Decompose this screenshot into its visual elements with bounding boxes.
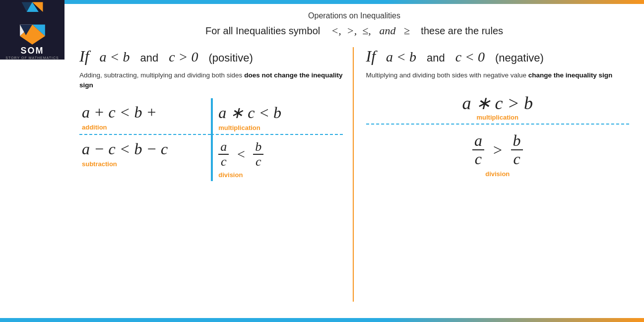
- right-fraction-b-c: b c: [511, 132, 523, 168]
- formula-subtraction-math: a − c < b − c: [82, 140, 206, 158]
- right-division-math: a c > b c: [369, 132, 627, 168]
- right-formula-area: a ∗ c > b multiplication a c: [366, 88, 630, 180]
- formula-subtraction-cell: a − c < b − c subtraction: [79, 134, 211, 181]
- left-column: If a < b and c > 0 (positive) Adding, su…: [79, 47, 354, 302]
- left-section-header: If a < b and c > 0 (positive): [79, 47, 343, 65]
- right-and: and: [427, 52, 445, 64]
- left-if: If: [79, 47, 89, 65]
- som-logo-icon: [17, 0, 47, 23]
- right-column: If a < b and c < 0 (negative) Multiplyin…: [354, 47, 630, 302]
- right-division-area: a c > b c division: [366, 127, 630, 180]
- logo-text: SOM: [20, 46, 44, 56]
- right-negative: (negative): [495, 52, 544, 64]
- right-if: If: [366, 47, 376, 65]
- right-multiplication-area: a ∗ c > b multiplication: [366, 88, 630, 125]
- logo-subtext: STORY OF MATHEMATICS: [5, 56, 59, 60]
- formula-subtraction-label: subtraction: [82, 160, 206, 168]
- formula-division-math: a c < b c: [218, 140, 337, 169]
- right-fraction-a-c: a c: [472, 132, 484, 168]
- right-multiplication-label: multiplication: [369, 114, 627, 121]
- right-division-label: division: [369, 170, 627, 178]
- right-description: Multiplying and dividing both sides with…: [366, 70, 630, 80]
- bottom-bar: [0, 318, 644, 322]
- right-mult-formula: a ∗ c > b: [369, 93, 627, 114]
- formula-division-cell: a c < b c division: [211, 134, 342, 181]
- intro-line: For all Inequalities symbol <, >, ≤, and…: [79, 24, 629, 37]
- left-and: and: [140, 52, 158, 64]
- intro-suffix: these are the rules: [421, 25, 503, 36]
- top-bar: [0, 0, 644, 4]
- formula-division-label: division: [218, 171, 337, 179]
- right-div-formula: a c > b c: [369, 132, 627, 168]
- left-positive: (positive): [209, 52, 253, 64]
- intro-prefix: For all Inequalities symbol: [205, 25, 320, 36]
- fraction-a-c: a c: [218, 140, 229, 169]
- formula-multiplication-cell: a ∗ c < b multiplication: [211, 98, 342, 134]
- left-formula-grid: a + c < b + addition a ∗ c < b multiplic…: [79, 98, 343, 181]
- intro-symbols: <, >, ≤,: [331, 24, 371, 37]
- left-description: Adding, subtracting, multiplying and div…: [79, 70, 343, 91]
- logo-area: SOM STORY OF MATHEMATICS: [0, 0, 64, 60]
- intro-and: and: [379, 24, 395, 37]
- columns-container: If a < b and c > 0 (positive) Adding, su…: [79, 47, 629, 302]
- page-title: Operations on Inequalities: [79, 11, 629, 20]
- formula-multiplication-label: multiplication: [218, 124, 337, 131]
- formula-addition-cell: a + c < b + addition: [79, 98, 211, 134]
- main-content: Operations on Inequalities For all Inequ…: [64, 4, 644, 318]
- right-section-header: If a < b and c < 0 (negative): [366, 47, 630, 65]
- fraction-b-c: b c: [253, 140, 263, 169]
- formula-addition-label: addition: [82, 124, 206, 131]
- formula-multiplication-math: a ∗ c < b: [218, 103, 337, 122]
- formula-addition-math: a + c < b +: [82, 103, 206, 122]
- logo-graphic: [16, 23, 49, 45]
- right-multiplication-math: a ∗ c > b: [462, 93, 533, 113]
- intro-gte: ≥: [404, 24, 410, 37]
